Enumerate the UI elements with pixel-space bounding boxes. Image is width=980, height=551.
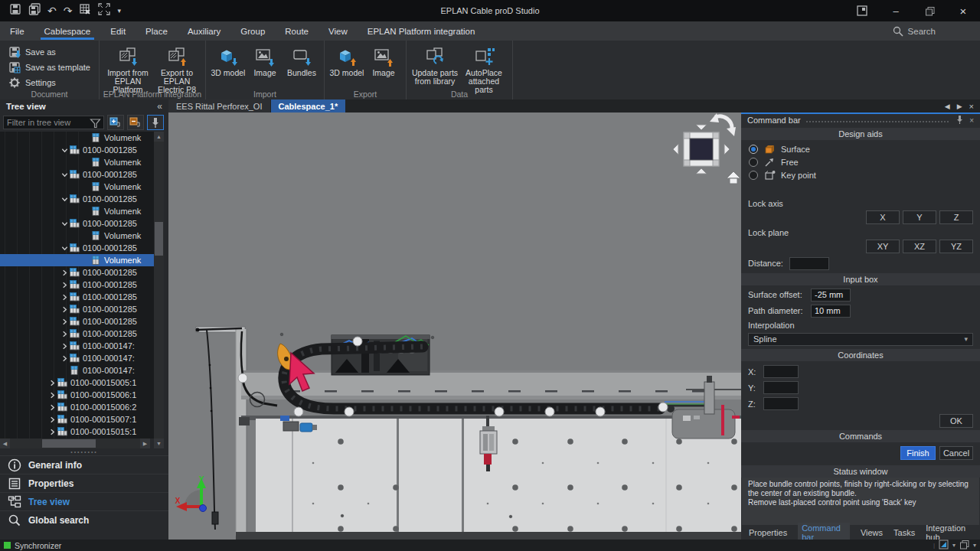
fullscreen-button[interactable] [98, 3, 110, 18]
chevron-right-icon[interactable] [49, 392, 56, 399]
lock-axis-x-button[interactable]: X [866, 210, 900, 224]
tree-item[interactable]: 0100-0001285 [0, 217, 164, 230]
hscroll-thumb[interactable] [42, 439, 96, 448]
chevron-right-icon[interactable] [61, 343, 68, 350]
sidebar-item-global-search[interactable]: Global search [0, 510, 168, 529]
document-tab[interactable]: Cablespace_1* [271, 99, 346, 112]
tree-item[interactable]: 0100-0001285 [0, 315, 164, 328]
coord-z-input[interactable] [763, 397, 799, 410]
chevron-down-icon[interactable] [61, 245, 68, 252]
menu-tab-place[interactable]: Place [136, 21, 178, 41]
chevron-right-icon[interactable] [61, 318, 68, 325]
search-box[interactable]: Search [892, 21, 936, 41]
menu-tab-edit[interactable]: Edit [100, 21, 136, 41]
menu-tab-auxiliary[interactable]: Auxiliary [178, 21, 230, 41]
pin-icon[interactable] [955, 115, 965, 126]
chevron-right-icon[interactable] [49, 429, 56, 435]
pin-panel-button[interactable] [147, 115, 164, 130]
design-aid-option-free[interactable]: Free [741, 155, 980, 168]
tree-item[interactable]: 0100-0001285 [0, 144, 164, 156]
ok-button[interactable]: OK [939, 414, 973, 428]
save-button[interactable] [9, 3, 21, 18]
tree-item[interactable]: 0100-0001285 [0, 193, 164, 205]
menu-tab-route[interactable]: Route [275, 21, 318, 41]
caret-down-icon[interactable]: ▾ [952, 542, 956, 549]
restore-button[interactable] [913, 0, 946, 21]
surface-offset-input[interactable] [811, 289, 851, 302]
caret-down-icon[interactable]: ▾ [973, 542, 976, 549]
distance-input[interactable] [789, 257, 829, 270]
save-all-button[interactable] [28, 3, 41, 18]
control-point[interactable] [294, 407, 303, 416]
design-aid-option-surface[interactable]: Surface [741, 142, 980, 155]
tree-item[interactable]: 0100-00015006:2 [0, 401, 164, 413]
chevron-right-icon[interactable] [49, 404, 56, 411]
coord-y-input[interactable] [763, 381, 799, 394]
windows-icon[interactable] [959, 540, 969, 551]
tree-item[interactable]: 0100-0001285 [0, 266, 164, 279]
export-to-eplan-electric-p8-button[interactable]: Export to EPLAN Electric P8 [152, 43, 201, 94]
undo-icon[interactable]: ↶ [47, 5, 57, 17]
radio-icon[interactable] [749, 145, 758, 154]
scroll-up-arrow-icon[interactable]: ▲ [154, 132, 164, 142]
3d-model-button[interactable]: 3D model [210, 43, 247, 77]
caret-down-icon[interactable]: ▾ [117, 7, 121, 15]
chevron-right-icon[interactable] [61, 306, 68, 313]
panel-tab-properties[interactable]: Properties [749, 528, 787, 537]
panel-tab-tasks[interactable]: Tasks [893, 528, 915, 537]
tree-item[interactable]: 0100-00015007:1 [0, 413, 164, 425]
collapse-panel-button[interactable]: « [157, 101, 162, 112]
tab-scroll-left-icon[interactable]: ◀ [945, 103, 950, 110]
tree-item[interactable]: 0100-0001285 [0, 328, 164, 340]
cancel-button[interactable]: Cancel [939, 446, 973, 460]
panel-tab-views[interactable]: Views [861, 528, 883, 537]
control-point[interactable] [345, 407, 354, 416]
tree-item[interactable]: 0100-0001285 [0, 303, 164, 315]
tree-item[interactable]: 0100-000147: [0, 352, 164, 364]
chevron-right-icon[interactable] [61, 294, 68, 301]
dock-window-button[interactable] [845, 0, 879, 21]
menu-tab-group[interactable]: Group [230, 21, 275, 41]
radio-icon[interactable] [749, 158, 758, 167]
tree-item[interactable]: 0100-00015015:1 [0, 425, 164, 438]
radio-icon[interactable] [749, 171, 758, 180]
tree-item[interactable]: Volumenk [0, 230, 164, 242]
close-icon[interactable]: × [969, 116, 974, 125]
collapse-all-button[interactable] [127, 115, 144, 130]
chevron-right-icon[interactable] [61, 269, 68, 276]
tree-horizontal-scrollbar[interactable]: ◀ ▶ [0, 439, 150, 448]
tree-filter-input[interactable]: Filter in tree view [3, 116, 104, 129]
tree-item[interactable]: 0100-0001285 [0, 242, 164, 254]
chevron-down-icon[interactable] [61, 220, 68, 227]
chevron-right-icon[interactable] [61, 355, 68, 362]
drag-handle[interactable] [805, 119, 950, 123]
save-as-template-button[interactable]: Save as template [4, 60, 95, 74]
design-aid-option-key-point[interactable]: Key point [741, 168, 980, 181]
tree-item[interactable]: Volumenk [0, 132, 164, 144]
image-button[interactable]: Image [247, 43, 283, 77]
sidebar-item-properties[interactable]: Properties [0, 474, 168, 492]
expand-all-button[interactable] [107, 115, 124, 130]
minimize-button[interactable]: – [879, 0, 913, 21]
tree-item[interactable]: 0100-0001285 [0, 168, 164, 181]
tree-item[interactable]: 0100-00015006:1 [0, 389, 164, 401]
menu-tab-file[interactable]: File [0, 21, 34, 41]
lock-axis-y-button[interactable]: Y [903, 210, 936, 224]
tree-item[interactable]: Volumenk [0, 254, 164, 266]
tree-item[interactable]: 0100-000147: [0, 364, 164, 377]
chevron-down-icon[interactable] [61, 171, 68, 178]
chevron-right-icon[interactable] [61, 331, 68, 337]
lock-plane-xy-button[interactable]: XY [866, 240, 900, 253]
control-point[interactable] [545, 407, 554, 416]
finish-button[interactable]: Finish [900, 446, 936, 460]
viewport[interactable]: Y X [168, 112, 741, 540]
coord-x-input[interactable] [763, 365, 799, 378]
tree-item[interactable]: 0100-00015005:1 [0, 377, 164, 389]
tree-item[interactable]: Volumenk [0, 205, 164, 217]
tree-item[interactable]: Volumenk [0, 181, 164, 193]
menu-tab-cablespace[interactable]: Cablespace [34, 21, 101, 41]
interpolation-select[interactable]: Spline ▾ [748, 333, 973, 346]
tree-item[interactable]: 0100-0001285 [0, 291, 164, 303]
update-parts-from-library-button[interactable]: Update parts from library [410, 43, 459, 86]
sidebar-item-tree-view[interactable]: Tree view [0, 492, 168, 510]
